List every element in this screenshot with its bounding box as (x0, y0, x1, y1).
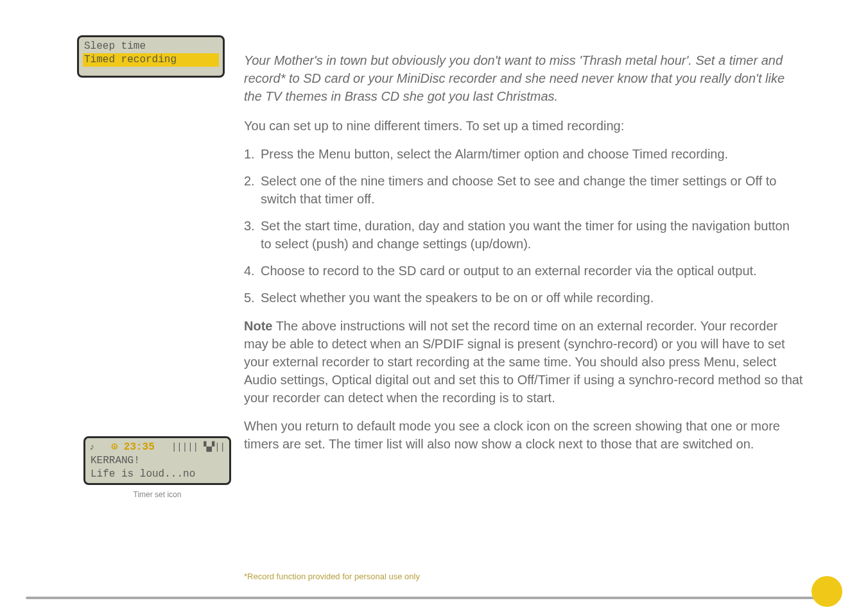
step-4: 4.Choose to record to the SD card or out… (244, 262, 804, 280)
body-text: Your Mother's in town but obviously you … (244, 51, 804, 463)
intro-paragraph: Your Mother's in town but obviously you … (244, 51, 804, 105)
step-text: Select whether you want the speakers to … (261, 291, 654, 305)
corner-curve-decoration (778, 227, 868, 612)
timer-clock: ⊙ 23:35 (112, 441, 155, 454)
bottom-rule (26, 597, 829, 599)
menu-item-timed-recording: Timed recording (83, 53, 219, 67)
station-name: KERRANG! (89, 454, 225, 468)
footnote-text: *Record function provided for personal u… (244, 572, 420, 581)
lead-paragraph: You can set up to nine different timers.… (244, 117, 804, 135)
lcd-screen-menu: Sleep time Timed recording (77, 35, 225, 78)
lcd-screen-bottom-container: ♪ ⊙ 23:35 ||||| ▚▞|| KERRANG! Life is lo… (83, 436, 231, 499)
clock-time: 23:35 (124, 441, 155, 453)
lcd-caption: Timer set icon (83, 490, 231, 499)
music-note-icon: ♪ (89, 441, 94, 453)
clock-icon: ⊙ (112, 441, 118, 453)
step-num: 4. (244, 262, 255, 280)
step-text: Choose to record to the SD card or outpu… (261, 264, 757, 278)
step-num: 2. (244, 172, 255, 190)
menu-item-sleep-time: Sleep time (83, 40, 219, 53)
step-3: 3.Set the start time, duration, day and … (244, 217, 804, 253)
step-2: 2.Select one of the nine timers and choo… (244, 172, 804, 208)
closing-paragraph: When you return to default mode you see … (244, 417, 804, 453)
step-num: 3. (244, 217, 255, 235)
steps-list: 1.Press the Menu button, select the Alar… (244, 145, 804, 307)
manual-page: Sleep time Timed recording ♪ ⊙ 23:35 |||… (0, 0, 868, 612)
step-5: 5.Select whether you want the speakers t… (244, 289, 804, 307)
lcd-status-row: ♪ ⊙ 23:35 ||||| ▚▞|| (89, 441, 225, 454)
note-label: Note (244, 319, 272, 333)
signal-bars-icon: ||||| ▚▞|| (171, 441, 225, 453)
step-1: 1.Press the Menu button, select the Alar… (244, 145, 804, 163)
step-num: 5. (244, 289, 255, 307)
step-text: Set the start time, duration, day and st… (261, 219, 790, 251)
step-text: Select one of the nine timers and choose… (261, 174, 776, 206)
page-bottom-decoration (0, 590, 868, 612)
lcd-screen-top-container: Sleep time Timed recording (77, 35, 225, 78)
scrolling-text: Life is loud...no (89, 468, 225, 481)
lcd-screen-status: ♪ ⊙ 23:35 ||||| ▚▞|| KERRANG! Life is lo… (83, 436, 231, 485)
page-number-circle (812, 576, 842, 607)
step-num: 1. (244, 145, 255, 163)
note-paragraph: Note The above instructions will not set… (244, 317, 804, 407)
note-body: The above instructions will not set the … (244, 319, 803, 405)
step-text: Press the Menu button, select the Alarm/… (261, 147, 728, 161)
